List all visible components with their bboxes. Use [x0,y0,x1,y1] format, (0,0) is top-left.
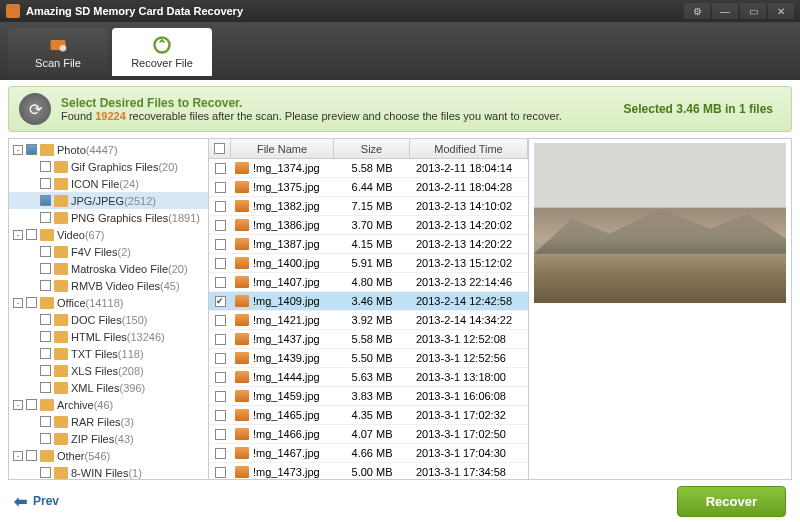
tree-item[interactable]: ZIP Files (43) [9,430,208,447]
tree-checkbox[interactable] [40,348,51,359]
row-checkbox[interactable] [215,296,226,307]
table-row[interactable]: !mg_1409.jpg3.46 MB2013-2-14 12:42:58 [209,292,528,311]
table-row[interactable]: !mg_1382.jpg7.15 MB2013-2-13 14:10:02 [209,197,528,216]
row-checkbox[interactable] [215,410,226,421]
row-checkbox[interactable] [215,220,226,231]
tree-item[interactable]: -Other (546) [9,447,208,464]
tree-item[interactable]: 8-WIN Files (1) [9,464,208,479]
table-row[interactable]: !mg_1400.jpg5.91 MB2013-2-13 15:12:02 [209,254,528,273]
tree-checkbox[interactable] [26,450,37,461]
tree-item[interactable]: Gif Graphics Files (20) [9,158,208,175]
file-modified: 2013-3-1 17:04:30 [410,447,528,459]
tree-item[interactable]: RMVB Video Files (45) [9,277,208,294]
tree-count: (2) [117,246,130,258]
tree-item[interactable]: -Photo (4447) [9,141,208,158]
table-row[interactable]: !mg_1459.jpg3.83 MB2013-3-1 16:06:08 [209,387,528,406]
select-all-checkbox[interactable] [214,143,225,154]
row-checkbox[interactable] [215,429,226,440]
header-modified[interactable]: Modified Time [410,139,528,158]
header-size[interactable]: Size [334,139,410,158]
row-checkbox[interactable] [215,163,226,174]
tree-checkbox[interactable] [26,297,37,308]
tree-checkbox[interactable] [40,263,51,274]
recover-file-tab[interactable]: Recover File [112,28,212,76]
table-row[interactable]: !mg_1387.jpg4.15 MB2013-2-13 14:20:22 [209,235,528,254]
expand-icon[interactable]: - [13,400,23,410]
row-checkbox[interactable] [215,277,226,288]
table-row[interactable]: !mg_1407.jpg4.80 MB2013-2-13 22:14:46 [209,273,528,292]
file-icon [235,352,249,364]
tree-item[interactable]: RAR Files (3) [9,413,208,430]
tree-checkbox[interactable] [40,382,51,393]
row-checkbox[interactable] [215,201,226,212]
preview-pane [529,139,791,479]
tree-item[interactable]: DOC Files (150) [9,311,208,328]
table-row[interactable]: !mg_1465.jpg4.35 MB2013-3-1 17:02:32 [209,406,528,425]
expand-icon[interactable]: - [13,230,23,240]
prev-button[interactable]: ⬅ Prev [14,492,59,511]
table-row[interactable]: !mg_1421.jpg3.92 MB2013-2-14 14:34:22 [209,311,528,330]
tree-checkbox[interactable] [40,467,51,478]
tree-item[interactable]: ICON File (24) [9,175,208,192]
table-row[interactable]: !mg_1439.jpg5.50 MB2013-3-1 12:52:56 [209,349,528,368]
tree-item[interactable]: F4V Files (2) [9,243,208,260]
row-checkbox[interactable] [215,391,226,402]
row-checkbox[interactable] [215,334,226,345]
table-row[interactable]: !mg_1375.jpg6.44 MB2013-2-11 18:04:28 [209,178,528,197]
tree-checkbox[interactable] [26,229,37,240]
row-checkbox[interactable] [215,258,226,269]
table-row[interactable]: !mg_1437.jpg5.58 MB2013-3-1 12:52:08 [209,330,528,349]
minimize-button[interactable]: — [712,3,738,19]
tree-checkbox[interactable] [40,416,51,427]
grid-body[interactable]: !mg_1374.jpg5.58 MB2013-2-11 18:04:14!mg… [209,159,528,479]
table-row[interactable]: !mg_1374.jpg5.58 MB2013-2-11 18:04:14 [209,159,528,178]
table-row[interactable]: !mg_1473.jpg5.00 MB2013-3-1 17:34:58 [209,463,528,479]
folder-icon [54,433,68,445]
expand-icon[interactable]: - [13,298,23,308]
tree-checkbox[interactable] [40,246,51,257]
category-tree[interactable]: -Photo (4447)Gif Graphics Files (20)ICON… [9,139,209,479]
tree-checkbox[interactable] [40,178,51,189]
tree-item[interactable]: TXT Files (118) [9,345,208,362]
tree-item[interactable]: XLS Files (208) [9,362,208,379]
row-checkbox[interactable] [215,315,226,326]
table-row[interactable]: !mg_1386.jpg3.70 MB2013-2-13 14:20:02 [209,216,528,235]
expand-icon[interactable]: - [13,145,23,155]
table-row[interactable]: !mg_1444.jpg5.63 MB2013-3-1 13:18:00 [209,368,528,387]
scan-file-tab[interactable]: Scan File [8,28,108,76]
table-row[interactable]: !mg_1467.jpg4.66 MB2013-3-1 17:04:30 [209,444,528,463]
tree-checkbox[interactable] [40,331,51,342]
tree-checkbox[interactable] [40,280,51,291]
tree-checkbox[interactable] [40,433,51,444]
row-checkbox[interactable] [215,448,226,459]
tree-checkbox[interactable] [40,161,51,172]
row-checkbox[interactable] [215,239,226,250]
row-checkbox[interactable] [215,182,226,193]
row-checkbox[interactable] [215,353,226,364]
tree-item[interactable]: -Archive (46) [9,396,208,413]
header-filename[interactable]: File Name [231,139,334,158]
tree-item[interactable]: -Video (67) [9,226,208,243]
tree-item[interactable]: HTML Files (13246) [9,328,208,345]
table-row[interactable]: !mg_1466.jpg4.07 MB2013-3-1 17:02:50 [209,425,528,444]
tree-checkbox[interactable] [26,144,37,155]
tree-item[interactable]: Matroska Video File (20) [9,260,208,277]
settings-icon[interactable]: ⚙ [684,3,710,19]
tree-checkbox[interactable] [40,314,51,325]
tree-item[interactable]: JPG/JPEG (2512) [9,192,208,209]
expand-icon[interactable]: - [13,451,23,461]
header-checkbox-col[interactable] [209,139,231,158]
recover-button[interactable]: Recover [677,486,786,517]
tree-checkbox[interactable] [26,399,37,410]
maximize-button[interactable]: ▭ [740,3,766,19]
close-button[interactable]: ✕ [768,3,794,19]
tree-checkbox[interactable] [40,212,51,223]
tree-item[interactable]: PNG Graphics Files (1891) [9,209,208,226]
tree-item[interactable]: -Office (14118) [9,294,208,311]
row-checkbox[interactable] [215,467,226,478]
tree-item[interactable]: XML Files (396) [9,379,208,396]
file-modified: 2013-3-1 16:06:08 [410,390,528,402]
tree-checkbox[interactable] [40,365,51,376]
tree-checkbox[interactable] [40,195,51,206]
row-checkbox[interactable] [215,372,226,383]
